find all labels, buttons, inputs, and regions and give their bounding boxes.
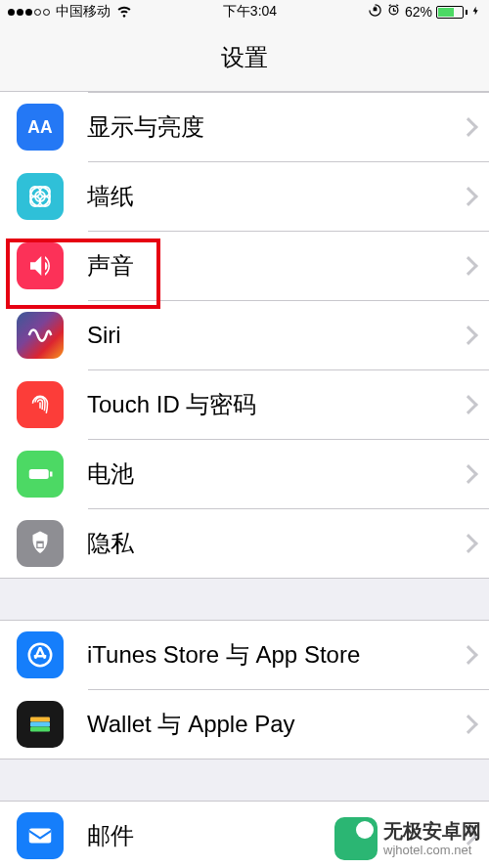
chevron-right-icon bbox=[459, 256, 478, 276]
settings-list: AA 显示与亮度 墙纸 声音 Siri Touch ID 与密码 bbox=[0, 92, 489, 868]
wallet-icon bbox=[17, 701, 64, 748]
wifi-icon bbox=[116, 3, 132, 22]
nav-header: 设置 bbox=[0, 23, 489, 92]
chevron-right-icon bbox=[459, 117, 478, 137]
time-label: 下午3:04 bbox=[223, 3, 277, 21]
status-left: 中国移动 bbox=[8, 3, 132, 22]
row-wallet[interactable]: Wallet 与 Apple Pay bbox=[0, 690, 489, 759]
watermark: 无极安卓网 wjhotel.com.net bbox=[334, 817, 481, 860]
row-label: 隐私 bbox=[87, 528, 462, 559]
signal-dots-icon bbox=[8, 9, 50, 16]
status-right: 62% bbox=[368, 3, 481, 21]
row-touchid[interactable]: Touch ID 与密码 bbox=[0, 370, 489, 439]
row-label: Siri bbox=[87, 322, 462, 349]
row-itunes[interactable]: iTunes Store 与 App Store bbox=[0, 621, 489, 689]
carrier-label: 中国移动 bbox=[56, 3, 111, 21]
orientation-lock-icon bbox=[368, 3, 382, 21]
status-bar: 中国移动 下午3:04 62% bbox=[0, 0, 489, 23]
chevron-right-icon bbox=[459, 715, 478, 734]
chevron-right-icon bbox=[459, 464, 478, 484]
watermark-logo-icon bbox=[334, 817, 378, 860]
row-label: 显示与亮度 bbox=[87, 111, 462, 143]
row-label: 声音 bbox=[87, 250, 462, 282]
chevron-right-icon bbox=[459, 534, 478, 553]
svg-rect-7 bbox=[29, 469, 49, 479]
row-sounds[interactable]: 声音 bbox=[0, 232, 489, 300]
row-label: Touch ID 与密码 bbox=[87, 389, 462, 420]
charging-icon bbox=[471, 4, 481, 21]
appstore-icon bbox=[17, 631, 64, 678]
alarm-icon bbox=[386, 3, 401, 21]
svg-rect-12 bbox=[30, 727, 50, 732]
svg-rect-8 bbox=[50, 472, 53, 477]
chevron-right-icon bbox=[459, 645, 478, 665]
row-wallpaper[interactable]: 墙纸 bbox=[0, 162, 489, 231]
chevron-right-icon bbox=[459, 187, 478, 206]
battery-icon bbox=[436, 6, 467, 19]
chevron-right-icon bbox=[459, 326, 478, 345]
row-display-brightness[interactable]: AA 显示与亮度 bbox=[0, 93, 489, 161]
touchid-icon bbox=[17, 381, 64, 428]
row-label: 电池 bbox=[87, 458, 462, 490]
sounds-icon bbox=[17, 242, 64, 289]
privacy-icon bbox=[17, 520, 64, 567]
svg-rect-11 bbox=[30, 722, 50, 727]
watermark-title: 无极安卓网 bbox=[383, 819, 481, 843]
watermark-url: wjhotel.com.net bbox=[383, 843, 481, 858]
row-siri[interactable]: Siri bbox=[0, 301, 489, 369]
row-label: iTunes Store 与 App Store bbox=[87, 639, 462, 671]
display-icon: AA bbox=[17, 104, 64, 151]
row-privacy[interactable]: 隐私 bbox=[0, 509, 489, 578]
wallpaper-icon bbox=[17, 173, 64, 220]
chevron-right-icon bbox=[459, 395, 478, 414]
svg-rect-10 bbox=[30, 717, 50, 722]
battery-setting-icon bbox=[17, 451, 64, 498]
page-title: 设置 bbox=[221, 42, 268, 73]
row-label: Wallet 与 Apple Pay bbox=[87, 709, 462, 740]
row-label: 墙纸 bbox=[87, 181, 462, 212]
siri-icon bbox=[17, 312, 64, 359]
battery-percent: 62% bbox=[405, 4, 432, 20]
row-battery[interactable]: 电池 bbox=[0, 440, 489, 508]
svg-rect-13 bbox=[29, 829, 52, 844]
mail-icon bbox=[17, 812, 64, 859]
svg-text:AA: AA bbox=[27, 117, 53, 137]
